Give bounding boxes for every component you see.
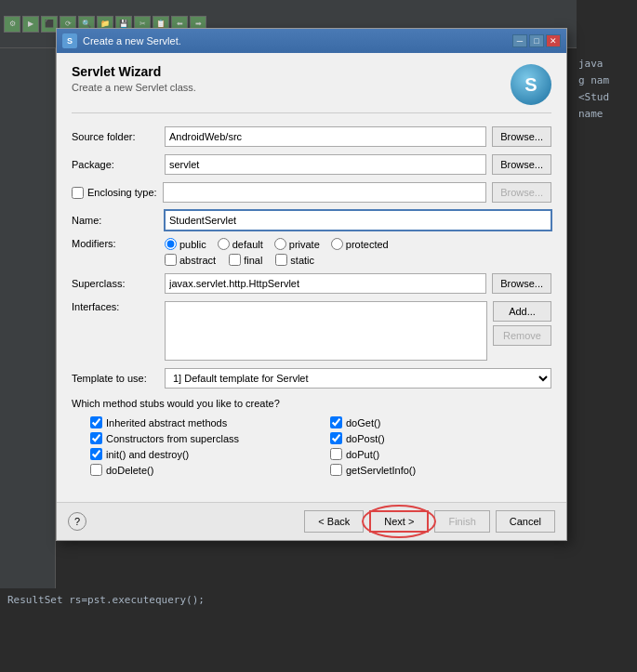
enclosing-type-checkbox[interactable] xyxy=(72,187,84,199)
stub-constructors-label: Constructors from superclass xyxy=(106,433,239,444)
stub-constructors-checkbox[interactable] xyxy=(90,432,102,444)
finish-button[interactable]: Finish xyxy=(434,510,489,533)
stub-inherited-checkbox[interactable] xyxy=(90,416,102,428)
modifier-private-radio[interactable] xyxy=(274,238,286,250)
stubs-question: Which method stubs would you like to cre… xyxy=(72,398,551,409)
name-input[interactable] xyxy=(165,210,551,231)
modifier-protected-radio[interactable] xyxy=(331,238,343,250)
final-item[interactable]: final xyxy=(229,254,262,266)
stub-dodelete[interactable]: doDelete() xyxy=(90,464,312,476)
stub-getservletinfo-label: getServletInfo() xyxy=(346,465,416,476)
interfaces-row: Interfaces: Add... Remove xyxy=(72,301,551,361)
dialog-title-text: Create a new Servlet. xyxy=(83,35,181,46)
abstract-item[interactable]: abstract xyxy=(165,254,216,266)
stub-dodelete-checkbox[interactable] xyxy=(90,464,102,476)
modifier-public-label: public xyxy=(179,239,206,250)
interfaces-box xyxy=(165,301,487,361)
remove-interface-button[interactable]: Remove xyxy=(493,325,551,346)
add-interface-button[interactable]: Add... xyxy=(493,301,551,322)
modifier-default[interactable]: default xyxy=(218,238,263,250)
dialog-titlebar: S Create a new Servlet. ─ □ ✕ xyxy=(57,29,566,53)
stub-doget[interactable]: doGet() xyxy=(330,416,551,428)
stub-getservletinfo-checkbox[interactable] xyxy=(330,464,342,476)
dialog-bottom-bar: ? < Back Next > Finish Cancel xyxy=(57,502,566,540)
final-checkbox[interactable] xyxy=(229,254,241,266)
source-folder-input[interactable] xyxy=(165,126,486,147)
package-input[interactable] xyxy=(165,154,486,175)
stub-init-checkbox[interactable] xyxy=(90,448,102,460)
close-button[interactable]: ✕ xyxy=(546,34,561,47)
superclass-browse-button[interactable]: Browse... xyxy=(492,273,551,294)
static-item[interactable]: static xyxy=(275,254,314,266)
dialog-bottom-left: ? xyxy=(68,512,86,531)
modifier-protected[interactable]: protected xyxy=(331,238,389,250)
wizard-header: Servlet Wizard Create a new Servlet clas… xyxy=(72,64,551,113)
code-line-1: java xyxy=(578,56,635,72)
modifier-private[interactable]: private xyxy=(274,238,320,250)
code-line-9: <Stud xyxy=(578,89,635,106)
source-folder-browse-button[interactable]: Browse... xyxy=(492,126,551,147)
enclosing-type-browse-button: Browse... xyxy=(492,182,551,203)
minimize-button[interactable]: ─ xyxy=(512,34,527,47)
template-label: Template to use: xyxy=(72,373,165,384)
maximize-button[interactable]: □ xyxy=(529,34,544,47)
stub-inherited-label: Inherited abstract methods xyxy=(106,417,227,428)
dialog-content: Servlet Wizard Create a new Servlet clas… xyxy=(57,53,566,502)
toolbar-icon-2[interactable]: ▶ xyxy=(22,16,39,33)
modifiers-row: Modifiers: public default private protec… xyxy=(72,238,551,250)
package-browse-button[interactable]: Browse... xyxy=(492,154,551,175)
stubs-grid: Inherited abstract methods doGet() Const… xyxy=(90,416,551,476)
stub-constructors[interactable]: Constructors from superclass xyxy=(90,432,312,444)
stub-doget-checkbox[interactable] xyxy=(330,416,342,428)
stub-doput-label: doPut() xyxy=(346,449,379,460)
final-label: final xyxy=(244,255,262,266)
modifier-public[interactable]: public xyxy=(165,238,206,250)
stub-init-label: init() and destroy() xyxy=(106,449,189,460)
ide-code-right: java g nam <Stud name xyxy=(577,0,637,672)
dialog-bottom-right: < Back Next > Finish Cancel xyxy=(304,510,555,533)
ide-left-panel xyxy=(0,48,56,588)
stub-dopost[interactable]: doPost() xyxy=(330,432,551,444)
wizard-subtitle: Create a new Servlet class. xyxy=(72,82,196,93)
enclosing-type-input[interactable] xyxy=(163,182,487,203)
stub-dopost-label: doPost() xyxy=(346,433,385,444)
modifier-protected-label: protected xyxy=(346,239,389,250)
cancel-button[interactable]: Cancel xyxy=(496,510,555,533)
help-button[interactable]: ? xyxy=(68,512,86,531)
modifier-public-radio[interactable] xyxy=(165,238,177,250)
modifiers-radio-group: public default private protected xyxy=(165,238,389,250)
superclass-label: Superclass: xyxy=(72,278,165,289)
stub-doget-label: doGet() xyxy=(346,417,380,428)
template-select[interactable]: 1] Default template for Servlet xyxy=(165,368,551,389)
toolbar-icon-1[interactable]: ⚙ xyxy=(4,16,20,33)
dialog-title-controls: ─ □ ✕ xyxy=(512,34,561,47)
name-label: Name: xyxy=(72,215,165,226)
abstract-row: abstract final static xyxy=(165,254,551,266)
stub-init-destroy[interactable]: init() and destroy() xyxy=(90,448,312,460)
ide-bottom-code: ResultSet rs=pst.executequery(); xyxy=(0,588,577,672)
next-button[interactable]: Next > xyxy=(369,510,429,533)
stub-dodelete-label: doDelete() xyxy=(106,465,153,476)
superclass-input[interactable] xyxy=(165,273,486,294)
wizard-header-text: Servlet Wizard Create a new Servlet clas… xyxy=(72,64,196,93)
static-label: static xyxy=(290,255,314,266)
enclosing-type-row: Enclosing type: Browse... xyxy=(72,182,551,203)
servlet-wizard-dialog: S Create a new Servlet. ─ □ ✕ Servlet Wi… xyxy=(56,28,567,541)
stub-doput-checkbox[interactable] xyxy=(330,448,342,460)
wizard-logo-letter: S xyxy=(524,74,537,96)
abstract-label: abstract xyxy=(179,255,216,266)
wizard-logo: S xyxy=(511,64,551,105)
stub-inherited-abstract[interactable]: Inherited abstract methods xyxy=(90,416,312,428)
static-checkbox[interactable] xyxy=(275,254,287,266)
stub-doput[interactable]: doPut() xyxy=(330,448,551,460)
name-row: Name: xyxy=(72,210,551,231)
modifier-default-radio[interactable] xyxy=(218,238,230,250)
stub-dopost-checkbox[interactable] xyxy=(330,432,342,444)
code-bottom-line1: ResultSet rs=pst.executequery(); xyxy=(7,592,569,609)
abstract-checkbox[interactable] xyxy=(165,254,177,266)
dialog-app-icon: S xyxy=(62,33,77,48)
stub-getservletinfo[interactable]: getServletInfo() xyxy=(330,464,551,476)
interfaces-label: Interfaces: xyxy=(72,301,165,312)
template-row: Template to use: 1] Default template for… xyxy=(72,368,551,389)
back-button[interactable]: < Back xyxy=(304,510,364,533)
